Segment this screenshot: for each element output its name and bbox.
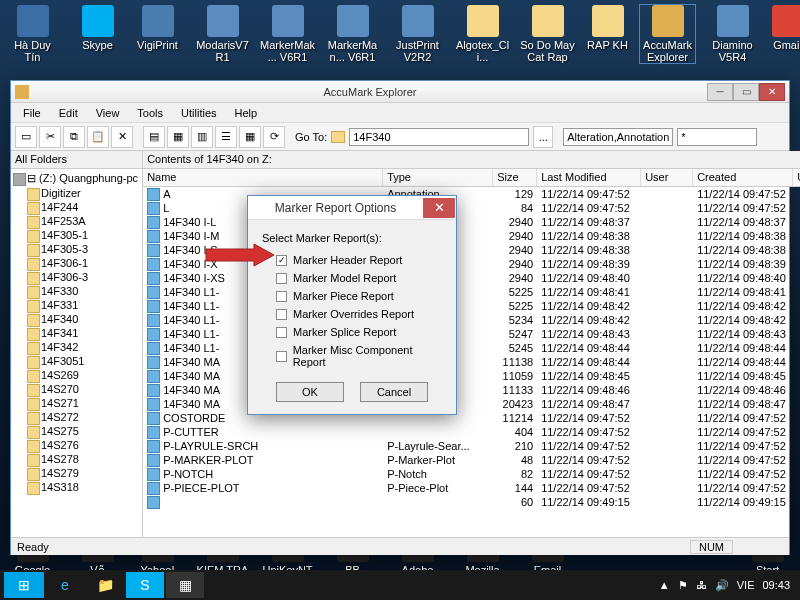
ok-button[interactable]: OK	[276, 382, 344, 402]
table-row[interactable]: P-LAYRULE-SRCHP-Layrule-Sear...21011/22/…	[143, 439, 800, 453]
checkbox-option[interactable]: Marker Overrides Report	[276, 308, 442, 320]
menu-help[interactable]: Help	[227, 105, 266, 121]
desktop-icon[interactable]: VigiPrint	[130, 5, 185, 51]
menu-tools[interactable]: Tools	[129, 105, 171, 121]
table-row[interactable]: AAnnotation12911/22/14 09:47:5211/22/14 …	[143, 187, 800, 201]
taskbar-app-icon[interactable]: ▦	[166, 572, 204, 598]
column-header[interactable]: Size	[493, 169, 537, 186]
table-row[interactable]: 14F340 L1-523411/22/14 09:48:4211/22/14 …	[143, 313, 800, 327]
tray-clock[interactable]: 09:43	[762, 579, 790, 591]
toolbar-view3-icon[interactable]: ▥	[191, 126, 213, 148]
column-header[interactable]: Created	[693, 169, 793, 186]
table-row[interactable]: 6011/22/14 09:49:1511/22/14 09:49:15	[143, 495, 800, 509]
desktop-icon[interactable]: ModarisV7R1	[195, 5, 250, 63]
menu-file[interactable]: File	[15, 105, 49, 121]
checkbox-option[interactable]: Marker Model Report	[276, 272, 442, 284]
taskbar-ie-icon[interactable]: e	[46, 572, 84, 598]
desktop-icon[interactable]: JustPrint V2R2	[390, 5, 445, 63]
column-header[interactable]: Name	[143, 169, 383, 186]
goto-input[interactable]	[349, 128, 529, 146]
system-tray[interactable]: ▲ ⚑ 🖧 🔊 VIE 09:43	[659, 579, 796, 592]
table-row[interactable]: COSTORDE1121411/22/14 09:47:5211/22/14 0…	[143, 411, 800, 425]
toolbar-view1-icon[interactable]: ▤	[143, 126, 165, 148]
table-row[interactable]: P-PIECE-PLOTP-Piece-Plot14411/22/14 09:4…	[143, 481, 800, 495]
desktop-icon[interactable]: AccuMark Explorer	[640, 5, 695, 63]
column-headers[interactable]: NameTypeSizeLast ModifiedUserCreatedU	[143, 169, 800, 187]
tree-folder[interactable]: Digitizer	[13, 186, 140, 200]
dialog-close-button[interactable]: ✕	[423, 198, 455, 218]
column-header[interactable]: User	[641, 169, 693, 186]
tray-volume-icon[interactable]: 🔊	[715, 579, 729, 592]
tree-folder[interactable]: 14F3051	[13, 354, 140, 368]
desktop-icon[interactable]: RAP KH	[580, 5, 635, 51]
table-row[interactable]: P-CUTTER40411/22/14 09:47:5211/22/14 09:…	[143, 425, 800, 439]
table-row[interactable]: LLay Limits8411/22/14 09:47:5211/22/14 0…	[143, 201, 800, 215]
table-row[interactable]: 14F340 I-S294011/22/14 09:48:3811/22/14 …	[143, 243, 800, 257]
tree-folder[interactable]: 14F331	[13, 298, 140, 312]
table-row[interactable]: 14F340 I-XS294011/22/14 09:48:4011/22/14…	[143, 271, 800, 285]
table-row[interactable]: 14F340 L1-522511/22/14 09:48:4111/22/14 …	[143, 285, 800, 299]
toolbar-list-icon[interactable]: ☰	[215, 126, 237, 148]
table-row[interactable]: P-NOTCHP-Notch8211/22/14 09:47:5211/22/1…	[143, 467, 800, 481]
column-header[interactable]: U	[793, 169, 800, 186]
table-row[interactable]: 14F340 L1-524511/22/14 09:48:4411/22/14 …	[143, 341, 800, 355]
table-row[interactable]: 14F340 MA1113311/22/14 09:48:4611/22/14 …	[143, 383, 800, 397]
folder-tree[interactable]: ⊟ (Z:) Quangphung-pcDigitizer14F24414F25…	[11, 169, 142, 537]
tree-folder[interactable]: 14F253A	[13, 214, 140, 228]
desktop-icon[interactable]: Skype	[70, 5, 125, 51]
desktop-icon[interactable]: Hà Duy Tín	[5, 5, 60, 63]
tree-folder[interactable]: 14F341	[13, 326, 140, 340]
menu-utilities[interactable]: Utilities	[173, 105, 224, 121]
minimize-button[interactable]: ─	[707, 83, 733, 101]
tray-lang[interactable]: VIE	[737, 579, 755, 591]
tray-up-icon[interactable]: ▲	[659, 579, 670, 591]
table-row[interactable]: 14F340 MA1105911/22/14 09:48:4511/22/14 …	[143, 369, 800, 383]
table-row[interactable]: 14F340 L1-524711/22/14 09:48:4311/22/14 …	[143, 327, 800, 341]
column-header[interactable]: Type	[383, 169, 493, 186]
tree-folder[interactable]: 14F306-1	[13, 256, 140, 270]
toolbar-delete-icon[interactable]: ✕	[111, 126, 133, 148]
desktop-icon[interactable]: MarkerMan... V6R1	[325, 5, 380, 63]
desktop-icon[interactable]: Diamino V5R4	[705, 5, 760, 63]
tree-folder[interactable]: 14S318	[13, 480, 140, 494]
maximize-button[interactable]: ▭	[733, 83, 759, 101]
desktop-icon[interactable]: Gmail	[760, 5, 800, 51]
menu-view[interactable]: View	[88, 105, 128, 121]
filter-value-input[interactable]	[677, 128, 757, 146]
tree-folder[interactable]: 14S269	[13, 368, 140, 382]
table-row[interactable]: 14F340 L1-522511/22/14 09:48:4211/22/14 …	[143, 299, 800, 313]
tree-folder[interactable]: 14F342	[13, 340, 140, 354]
tree-folder[interactable]: 14F244	[13, 200, 140, 214]
start-button[interactable]: ⊞	[4, 572, 44, 598]
toolbar-refresh-icon[interactable]: ⟳	[263, 126, 285, 148]
toolbar-paste-icon[interactable]: 📋	[87, 126, 109, 148]
tray-flag-icon[interactable]: ⚑	[678, 579, 688, 592]
checkbox-option[interactable]: Marker Misc Component Report	[276, 344, 442, 368]
column-header[interactable]: Last Modified	[537, 169, 641, 186]
toolbar-grid-icon[interactable]: ▦	[239, 126, 261, 148]
filter-type-input[interactable]	[563, 128, 673, 146]
table-row[interactable]: 14F340 I-L294011/22/14 09:48:3711/22/14 …	[143, 215, 800, 229]
goto-ellipsis-button[interactable]: ...	[533, 126, 553, 148]
tree-folder[interactable]: 14S275	[13, 424, 140, 438]
toolbar-new-icon[interactable]: ▭	[15, 126, 37, 148]
desktop-icon[interactable]: MarkerMak... V6R1	[260, 5, 315, 63]
tree-folder[interactable]: 14S272	[13, 410, 140, 424]
cancel-button[interactable]: Cancel	[360, 382, 428, 402]
toolbar-view2-icon[interactable]: ▦	[167, 126, 189, 148]
close-button[interactable]: ✕	[759, 83, 785, 101]
tree-folder[interactable]: 14S271	[13, 396, 140, 410]
desktop-icon[interactable]: So Do May Cat Rap	[520, 5, 575, 63]
taskbar-explorer-icon[interactable]: 📁	[86, 572, 124, 598]
toolbar-cut-icon[interactable]: ✂	[39, 126, 61, 148]
tree-folder[interactable]: 14S270	[13, 382, 140, 396]
tree-folder[interactable]: 14F305-3	[13, 242, 140, 256]
table-row[interactable]: 14F340 I-M294011/22/14 09:48:3811/22/14 …	[143, 229, 800, 243]
table-row[interactable]: 14F340 MA1113811/22/14 09:48:4411/22/14 …	[143, 355, 800, 369]
tree-folder[interactable]: 14F305-1	[13, 228, 140, 242]
table-row[interactable]: 14F340 I-X294011/22/14 09:48:3911/22/14 …	[143, 257, 800, 271]
table-row[interactable]: 14F340 MA2042311/22/14 09:48:4711/22/14 …	[143, 397, 800, 411]
toolbar-copy-icon[interactable]: ⧉	[63, 126, 85, 148]
menu-edit[interactable]: Edit	[51, 105, 86, 121]
tree-folder[interactable]: 14F306-3	[13, 270, 140, 284]
